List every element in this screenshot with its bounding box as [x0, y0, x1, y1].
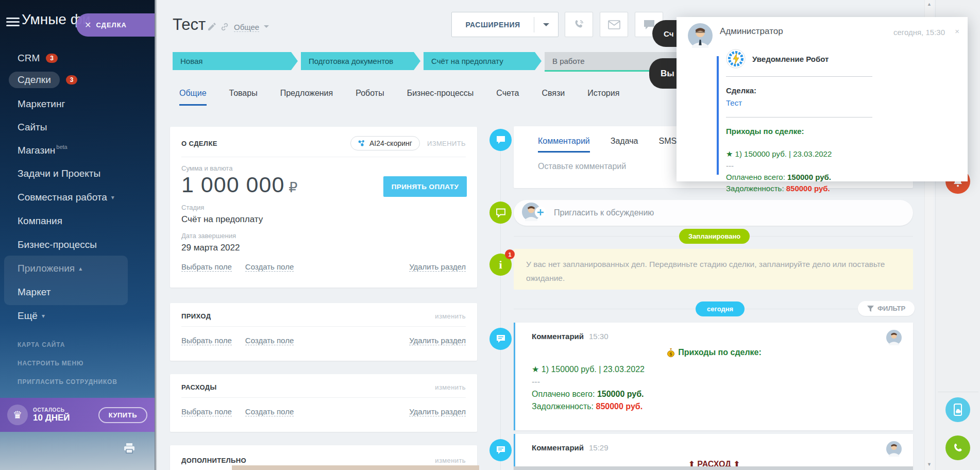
- slider-deal-chip[interactable]: ✕ СДЕЛКА: [76, 13, 155, 37]
- comment-type: Комментарий: [532, 443, 584, 452]
- phone-button[interactable]: [565, 12, 593, 37]
- telephony-button[interactable]: [945, 435, 970, 460]
- select-field-link[interactable]: Выбрать поле: [181, 407, 232, 416]
- debt-line: Задолженность: 850000 руб.: [532, 400, 901, 413]
- comment-card-1529: Комментарий 15:29 ⬆ РАСХОД ⬆: [514, 434, 913, 470]
- bottom-scroll-strip: [514, 466, 913, 470]
- no-planned-alert: У вас нет запланированных дел. Передвинь…: [514, 249, 913, 290]
- buy-button[interactable]: КУПИТЬ: [98, 407, 147, 423]
- accept-payment-button[interactable]: ПРИНЯТЬ ОПЛАТУ: [383, 176, 467, 197]
- sidebar-item-market[interactable]: Маркет: [18, 284, 50, 300]
- tab-general[interactable]: Общие: [179, 89, 207, 106]
- sidebar-item-collab[interactable]: Совместная работа▾: [18, 190, 114, 205]
- delete-section-link[interactable]: Удалить раздел: [409, 262, 466, 272]
- tab-history[interactable]: История: [587, 89, 619, 106]
- tab-bizproc[interactable]: Бизнес-процессы: [407, 89, 474, 106]
- tab-robots[interactable]: Роботы: [356, 89, 384, 106]
- sidebar-item-company[interactable]: Компания: [18, 213, 62, 229]
- sidebar-item-tasks[interactable]: Задачи и Проекты: [18, 166, 100, 181]
- ai-scoring-button[interactable]: AI24-скоринг: [350, 136, 420, 150]
- comment-time: 15:29: [589, 443, 609, 452]
- chevron-down-icon: ▾: [42, 312, 45, 320]
- notification-time: сегодня, 15:30: [893, 28, 945, 37]
- filter-button[interactable]: ФИЛЬТР: [858, 301, 915, 316]
- deal-title[interactable]: Тест: [173, 15, 206, 34]
- expenses-edit-link[interactable]: изменить: [435, 383, 466, 391]
- select-field-link[interactable]: Выбрать поле: [181, 336, 232, 345]
- about-deal-card: О СДЕЛКЕ AI24-скоринг ИЗМЕНИТЬ Сумма и в…: [170, 127, 477, 288]
- hamburger-menu-icon[interactable]: [6, 15, 20, 28]
- avatar[interactable]: [886, 330, 902, 347]
- sidebar-item-sites[interactable]: Сайты: [18, 120, 47, 135]
- add-user-plus-icon: [534, 206, 547, 219]
- sidebar-item-deals[interactable]: Сделки3: [18, 72, 77, 88]
- notification-author[interactable]: Администратор: [720, 26, 783, 37]
- money-bag-icon: $: [667, 348, 675, 357]
- comment-icon: [489, 328, 512, 350]
- sidebar-item-marketing[interactable]: Маркетинг: [18, 96, 65, 112]
- trial-label: ОСТАЛОСЬ: [33, 407, 70, 413]
- debt-line: Задолженность: 850000 руб.: [726, 183, 881, 194]
- tab-products[interactable]: Товары: [229, 89, 258, 106]
- close-icon[interactable]: ✕: [85, 20, 91, 30]
- printer-icon[interactable]: [124, 443, 135, 456]
- funnel-icon: [867, 306, 874, 312]
- sidebar: Умные фи CRM3 Сделки3 Маркетинг Сайты Ма…: [0, 0, 155, 470]
- expenses-card: РАСХОДЫ изменить Выбрать поле Создать по…: [170, 374, 477, 432]
- stage-new[interactable]: Новая: [173, 52, 298, 70]
- edit-title-icon[interactable]: [208, 23, 216, 32]
- scroll-up-icon[interactable]: ▲: [927, 2, 932, 7]
- sitemap-link[interactable]: КАРТА САЙТА: [18, 341, 117, 348]
- composer-tab-comment[interactable]: Комментарий: [538, 137, 590, 153]
- rail-divider: [938, 392, 978, 392]
- configure-menu-link[interactable]: НАСТРОИТЬ МЕНЮ: [18, 360, 117, 367]
- additional-edit-link[interactable]: изменить: [435, 457, 466, 464]
- sidebar-item-more[interactable]: Ещё▾: [18, 308, 45, 324]
- stage-prepay-invoice[interactable]: Счёт на предоплату: [424, 52, 542, 70]
- separator-line: ---: [532, 376, 901, 388]
- avatar[interactable]: [886, 441, 902, 459]
- delete-section-link[interactable]: Удалить раздел: [409, 336, 466, 345]
- invite-to-discussion[interactable]: Пригласить к обсуждению: [514, 200, 913, 226]
- tab-links[interactable]: Связи: [542, 89, 565, 106]
- extensions-button[interactable]: РАСШИРЕНИЯ: [451, 12, 559, 37]
- create-field-link[interactable]: Создать поле: [245, 262, 294, 272]
- income-section-title: ПРИХОД: [181, 312, 211, 320]
- close-icon[interactable]: ×: [955, 27, 959, 36]
- about-edit-link[interactable]: ИЗМЕНИТЬ: [427, 140, 466, 147]
- svg-text:$: $: [670, 351, 672, 357]
- extensions-caret-icon[interactable]: [534, 23, 558, 26]
- crm-badge: 3: [46, 54, 58, 63]
- scope-selector[interactable]: Общее: [234, 23, 259, 32]
- close-date-value[interactable]: 29 марта 2022: [181, 243, 466, 253]
- sidebar-footer-links: КАРТА САЙТА НАСТРОИТЬ МЕНЮ ПРИГЛАСИТЬ СО…: [18, 341, 117, 397]
- sidebar-item-bizproc[interactable]: Бизнес-процессы: [18, 237, 97, 253]
- stage-docs[interactable]: Подготовка документов: [301, 52, 420, 70]
- today-badge: сегодня: [696, 301, 745, 316]
- mail-button[interactable]: [600, 12, 628, 37]
- mobile-app-button[interactable]: [945, 397, 970, 422]
- deal-link[interactable]: Тест: [726, 97, 881, 109]
- income-line: ★ 1) 150000 руб. | 23.03.2022: [532, 363, 901, 376]
- tab-invoices[interactable]: Счета: [496, 89, 519, 106]
- select-field-link[interactable]: Выбрать поле: [181, 262, 232, 272]
- tab-quotes[interactable]: Предложения: [280, 89, 333, 106]
- chevron-down-icon: ▾: [111, 194, 114, 201]
- sidebar-item-shop[interactable]: Магазинbeta: [18, 143, 67, 158]
- invite-employees-link[interactable]: ПРИГЛАСИТЬ СОТРУДНИКОВ: [18, 378, 117, 385]
- avatar[interactable]: [688, 23, 713, 50]
- composer-tab-task[interactable]: Задача: [611, 137, 638, 153]
- sidebar-item-crm[interactable]: CRM3: [18, 51, 58, 66]
- stage-value[interactable]: Счёт на предоплату: [181, 214, 466, 225]
- paid-line: Оплачено всего: 150000 руб.: [726, 172, 881, 183]
- create-field-link[interactable]: Создать поле: [245, 336, 294, 345]
- link-icon[interactable]: [221, 23, 229, 33]
- income-edit-link[interactable]: изменить: [435, 312, 466, 320]
- sidebar-item-apps[interactable]: Приложения▴: [18, 261, 82, 276]
- scroll-down-icon[interactable]: ▼: [927, 462, 932, 467]
- trial-banner: ♛ ОСТАЛОСЬ 10 ДНЕЙ КУПИТЬ: [0, 398, 155, 432]
- create-field-link[interactable]: Создать поле: [245, 407, 294, 416]
- comment-type: Комментарий: [532, 332, 584, 341]
- avatar: [522, 203, 540, 223]
- delete-section-link[interactable]: Удалить раздел: [409, 407, 466, 416]
